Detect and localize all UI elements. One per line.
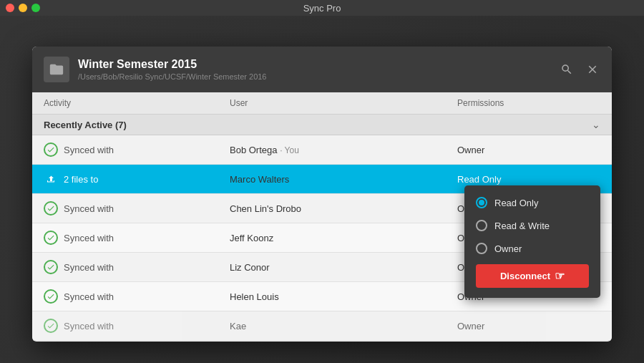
activity-label: Synced with	[64, 291, 114, 302]
close-dialog-button[interactable]	[585, 62, 600, 77]
folder-icon-wrap	[44, 57, 69, 82]
cell-user-bob: Bob Ortega · You	[230, 145, 457, 155]
cell-user-chen: Chen Lin's Drobo	[230, 203, 457, 214]
activity-label: Synced with	[64, 233, 114, 243]
cell-user-kae: Kae	[230, 321, 457, 331]
folder-icon	[49, 62, 64, 77]
cell-permissions-kae: Owner	[457, 321, 600, 331]
activity-label: Synced with	[64, 321, 114, 331]
dropdown-item-owner[interactable]: Owner	[464, 237, 600, 260]
upload-icon	[44, 172, 58, 186]
cell-activity-chen: Synced with	[44, 201, 230, 216]
radio-readwrite	[476, 220, 487, 231]
synced-icon	[44, 260, 58, 274]
dropdown-label-readonly: Read Only	[494, 198, 538, 208]
synced-icon	[44, 289, 58, 304]
cell-user-helen: Helen Louis	[230, 291, 457, 302]
radio-owner	[476, 243, 487, 254]
permissions-dropdown: Read Only Read & Write Owner Disconnect …	[464, 185, 600, 298]
section-header: Recently Active (7) ⌄	[32, 115, 612, 135]
dialog-header-text: Winter Semester 2015 /Users/Bob/Resilio …	[78, 58, 550, 81]
table-row: Synced with Kae Owner	[32, 311, 612, 341]
app-title: Sync Pro	[303, 3, 341, 14]
dropdown-item-readwrite[interactable]: Read & Write	[464, 214, 600, 237]
disconnect-button[interactable]: Disconnect ☞	[476, 264, 589, 288]
traffic-lights	[6, 4, 40, 12]
col-header-permissions: Permissions	[457, 98, 600, 108]
maximize-button[interactable]	[31, 4, 40, 12]
activity-label: Synced with	[64, 262, 114, 273]
activity-label: Synced with	[64, 145, 114, 155]
search-button[interactable]	[559, 62, 575, 77]
radio-dot	[479, 200, 484, 205]
cell-permissions-bob: Owner	[457, 145, 600, 155]
dialog: Winter Semester 2015 /Users/Bob/Resilio …	[32, 47, 612, 342]
table-row: Synced with Bob Ortega · You Owner	[32, 135, 612, 165]
cell-activity-liz: Synced with	[44, 260, 230, 274]
synced-icon	[44, 231, 58, 245]
dialog-title: Winter Semester 2015	[78, 58, 550, 71]
hand-icon: ☞	[555, 269, 565, 283]
cell-activity-kae: Synced with	[44, 319, 230, 333]
search-icon	[560, 63, 573, 76]
minimize-button[interactable]	[19, 4, 27, 12]
col-header-activity: Activity	[44, 98, 230, 108]
col-header-user: User	[230, 98, 457, 108]
activity-label: Synced with	[64, 203, 114, 214]
cell-activity-bob: Synced with	[44, 142, 230, 157]
cell-user-liz: Liz Conor	[230, 262, 457, 273]
dropdown-item-readonly[interactable]: Read Only	[464, 191, 600, 214]
dialog-header: Winter Semester 2015 /Users/Bob/Resilio …	[32, 47, 612, 92]
permissions-cell-marco: Read Only Read Only Read & Write Owner	[457, 173, 600, 185]
synced-icon	[44, 319, 58, 333]
synced-icon	[44, 201, 58, 216]
you-badge: · You	[280, 145, 299, 155]
chevron-down-icon[interactable]: ⌄	[592, 119, 600, 130]
table-header: Activity User Permissions	[32, 92, 612, 115]
title-bar: Sync Pro	[0, 0, 644, 16]
close-button[interactable]	[6, 4, 14, 12]
radio-readonly	[476, 197, 487, 208]
cell-user-jeff: Jeff Koonz	[230, 233, 457, 243]
cell-user-marco: Marco Walters	[230, 174, 457, 185]
header-actions	[559, 62, 600, 77]
cell-activity-helen: Synced with	[44, 289, 230, 304]
cell-activity-marco: 2 files to	[44, 172, 230, 186]
dialog-subtitle: /Users/Bob/Resilio Sync/UCSF/Winter Seme…	[78, 72, 550, 81]
table-row[interactable]: 2 files to Marco Walters Read Only Read …	[32, 165, 612, 194]
close-icon	[586, 63, 599, 76]
activity-label: 2 files to	[64, 174, 98, 185]
synced-icon	[44, 142, 58, 157]
dropdown-label-readwrite: Read & Write	[494, 221, 550, 231]
cell-activity-jeff: Synced with	[44, 231, 230, 245]
section-title: Recently Active (7)	[44, 120, 127, 130]
dropdown-label-owner: Owner	[494, 243, 522, 254]
